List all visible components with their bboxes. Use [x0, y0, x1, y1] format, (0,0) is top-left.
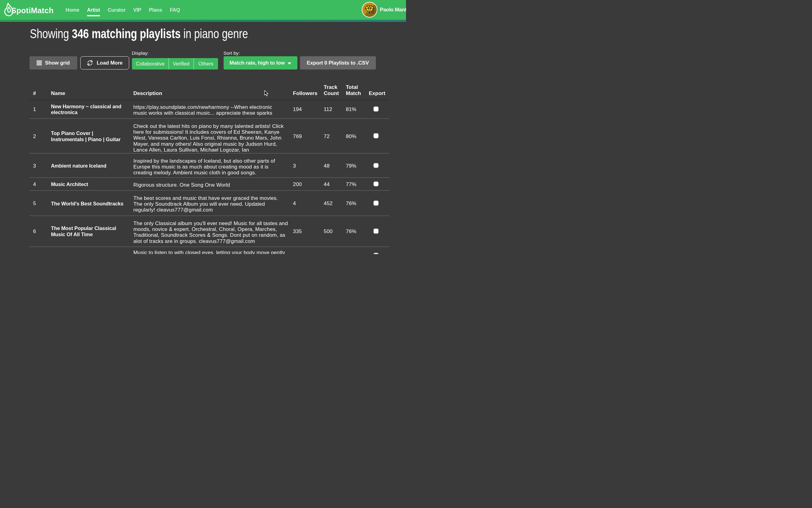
svg-text:DIAMOND VIP: DIAMOND VIP — [368, 12, 373, 13]
